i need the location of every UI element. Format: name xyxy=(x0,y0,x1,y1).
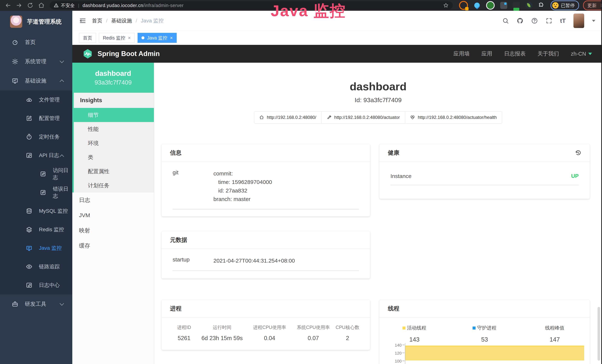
ext-green-icon[interactable] xyxy=(486,1,495,10)
sidebar-item-log-center[interactable]: 日志中心 xyxy=(0,276,72,294)
sidebar-item-infra[interactable]: 基础设施 xyxy=(0,71,72,90)
insight-item-configprops[interactable]: 配置属性 xyxy=(74,164,154,178)
address-bar[interactable]: 不安全 | dashboard.yudao.iocoder.cn/infra/a… xyxy=(50,1,453,10)
wrench-icon xyxy=(327,115,331,120)
sba-nav-applications[interactable]: 应用 xyxy=(482,50,492,57)
profile-paused-badge[interactable]: 已暂停 xyxy=(551,0,579,10)
tag-java[interactable]: Java 监控× xyxy=(138,33,177,43)
sidebar-item-home[interactable]: 首页 xyxy=(0,33,72,52)
search-icon[interactable] xyxy=(502,17,509,24)
sidebar-item-error-log[interactable]: 错误日志 xyxy=(0,183,72,202)
tag-redis[interactable]: Redis 监控× xyxy=(99,33,135,43)
panel-item-caches[interactable]: 缓存 xyxy=(72,238,154,253)
help-icon[interactable] xyxy=(531,17,538,24)
scrollbar-thumb[interactable] xyxy=(598,307,600,361)
endpoint-actuator-link[interactable]: http://192.168.0.2:48080/actuator xyxy=(322,111,405,124)
ext-sync-icon[interactable] xyxy=(459,1,468,10)
sidebar-item-label: 日志中心 xyxy=(39,282,60,289)
monitor-icon xyxy=(12,78,18,84)
warning-icon xyxy=(54,3,59,8)
sidebar-item-config[interactable]: 配置管理 xyxy=(0,109,72,128)
legend-peak: 线程峰值 147 xyxy=(520,325,590,343)
page-title: dashboard xyxy=(154,80,602,93)
sidebar-item-job[interactable]: 定时任务 xyxy=(0,128,72,146)
instance-name: dashboard xyxy=(95,70,131,77)
sba-locale-select[interactable]: zh-CN xyxy=(571,51,592,57)
sidebar-item-devtools[interactable]: 研发工具 xyxy=(0,294,72,314)
endpoint-home-link[interactable]: http://192.168.0.2:48080/ xyxy=(254,111,322,124)
history-icon[interactable] xyxy=(575,150,581,156)
chevron-down-icon xyxy=(588,53,592,55)
user-avatar[interactable] xyxy=(573,13,584,28)
avatar-caret-icon[interactable] xyxy=(592,20,595,22)
panel-item-logs[interactable]: 日志 xyxy=(72,193,154,208)
ext-grid-icon[interactable] xyxy=(500,2,507,9)
heartbeat-icon xyxy=(410,115,415,120)
forward-icon[interactable] xyxy=(16,2,22,9)
layers-icon xyxy=(26,226,32,233)
insight-item-env[interactable]: 环境 xyxy=(74,136,154,150)
insight-item-scheduled[interactable]: 计划任务 xyxy=(74,178,154,193)
sba-brand[interactable]: Spring Boot Admin xyxy=(97,50,160,58)
sba-nav-journal[interactable]: 日志报表 xyxy=(504,50,526,57)
reload-icon[interactable] xyxy=(27,2,33,9)
sidebar-item-system[interactable]: 系统管理 xyxy=(0,52,72,71)
sba-nav-wallboard[interactable]: 应用墙 xyxy=(453,50,470,57)
sidebar-item-label: 基础设施 xyxy=(25,77,46,85)
insight-item-classes[interactable]: 类 xyxy=(74,150,154,164)
breadcrumb-separator: / xyxy=(136,18,137,24)
sidebar-item-label: Redis 监控 xyxy=(39,226,64,233)
sidebar-item-label: 定时任务 xyxy=(39,133,60,140)
gauge-icon xyxy=(12,39,18,45)
endpoint-health-link[interactable]: http://192.168.0.2:48080/actuator/health xyxy=(405,111,502,124)
instance-header[interactable]: dashboard 93a3fc7f7409 xyxy=(72,63,154,93)
workspace: 芋道管理系统 首页 系统管理 基础设施 文件管理 xyxy=(0,11,602,364)
github-icon[interactable] xyxy=(517,17,523,24)
sidebar-item-label: 首页 xyxy=(25,39,36,46)
insights-group: Insights 细节 性能 环境 类 配置属性 计划任务 xyxy=(72,93,154,193)
sidebar-item-java-monitor[interactable]: Java 监控 xyxy=(0,239,72,257)
close-icon[interactable]: × xyxy=(128,35,131,41)
legend-live: 活动线程 143 xyxy=(379,325,449,343)
sba-nav-about[interactable]: 关于我们 xyxy=(538,50,559,57)
insight-item-metrics[interactable]: 性能 xyxy=(74,122,154,136)
tag-home[interactable]: 首页 xyxy=(79,33,96,43)
insights-label: Insights xyxy=(74,93,154,108)
sidebar-item-redis[interactable]: Redis 监控 xyxy=(0,220,72,239)
breadcrumb-infra[interactable]: 基础设施 xyxy=(111,17,132,24)
update-button[interactable]: 更新 xyxy=(583,0,602,10)
url-text[interactable]: dashboard.yudao.iocoder.cn/infra/admin-s… xyxy=(83,3,183,8)
log-edit-icon xyxy=(26,152,32,159)
ext-leaf-icon[interactable] xyxy=(526,2,532,9)
process-table-headers: 进程ID 运行时间 进程CPU使用率 系统CPU使用率 CPU核心数 xyxy=(171,324,361,331)
sba-logo-icon xyxy=(82,48,93,59)
edit-square-icon xyxy=(26,115,32,121)
back-icon[interactable] xyxy=(5,2,11,9)
sidebar-item-mysql[interactable]: MySQL 监控 xyxy=(0,202,72,220)
legend-blue-swatch xyxy=(473,327,475,330)
extensions-puzzle-icon[interactable] xyxy=(538,2,544,9)
security-label[interactable]: 不安全 xyxy=(61,2,75,9)
sidebar-item-api-log[interactable]: API 日志 xyxy=(0,146,72,165)
sba-nav: 应用墙 应用 日志报表 关于我们 zh-CN xyxy=(453,50,592,57)
sidebar-item-access-log[interactable]: 访问日志 xyxy=(0,165,72,183)
metadata-card: 元数据 startup 2021-04-27T00:44:31.254+08:0… xyxy=(161,231,370,278)
panel-item-jvm[interactable]: JVM xyxy=(72,208,154,223)
instance-main: dashboard Id: 93a3fc7f7409 http://192.16… xyxy=(154,63,602,364)
process-table-values: 5261 6d 23h 15m 59s 0.04 0.07 2 xyxy=(171,331,361,342)
hamburger-icon[interactable] xyxy=(79,17,86,24)
ext-tampermonkey-icon[interactable] xyxy=(513,2,520,9)
bookmark-star-icon[interactable] xyxy=(443,3,449,8)
text-size-icon[interactable]: tT xyxy=(560,17,566,24)
fullscreen-icon[interactable] xyxy=(546,17,552,24)
home-nav-icon[interactable] xyxy=(38,2,44,9)
panel-item-mappings[interactable]: 映射 xyxy=(72,223,154,238)
cloud-upload-icon xyxy=(26,96,32,103)
insight-item-details[interactable]: 细节 xyxy=(74,108,154,122)
ext-pin-icon[interactable] xyxy=(473,1,481,9)
close-icon[interactable]: × xyxy=(170,35,173,41)
sidebar-item-file[interactable]: 文件管理 xyxy=(0,90,72,109)
breadcrumb-home[interactable]: 首页 xyxy=(92,17,102,24)
app-title: 芋道管理系统 xyxy=(27,18,62,26)
sidebar-item-trace[interactable]: 链路追踪 xyxy=(0,257,72,276)
